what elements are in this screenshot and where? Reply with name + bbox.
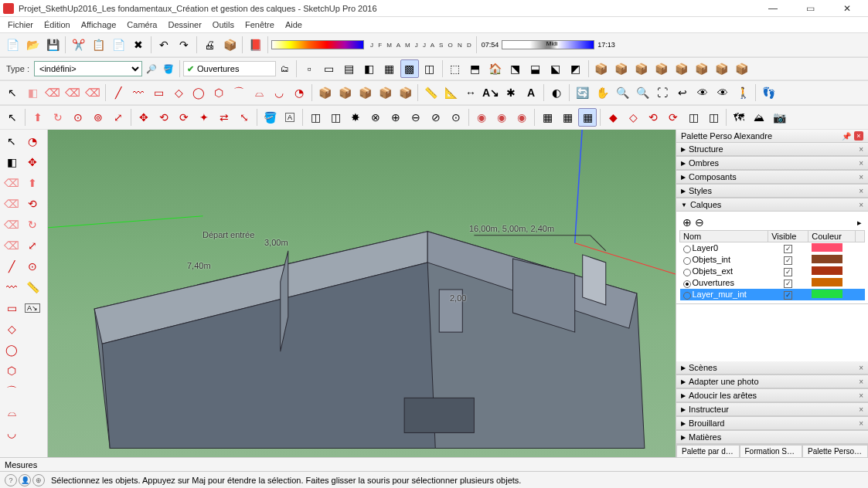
compo-dyn-icon[interactable]: 📦 xyxy=(396,83,414,102)
sandbox3-icon[interactable]: ▦ xyxy=(578,108,597,127)
poly-icon[interactable]: ⬡ xyxy=(209,83,228,102)
type-select[interactable]: <indéfini> xyxy=(34,61,142,76)
layer-visible-checkbox[interactable]: ✓ xyxy=(784,291,792,300)
walk-icon[interactable]: 🚶 xyxy=(734,83,752,102)
tab-perso[interactable]: Palette Perso A… xyxy=(802,445,868,457)
redo-icon[interactable]: ↷ xyxy=(175,36,193,54)
zoom-icon[interactable]: 🔍 xyxy=(613,83,631,102)
lt-line-icon[interactable]: ╱ xyxy=(2,256,22,276)
layer-row[interactable]: Layer0✓ xyxy=(680,242,865,255)
comp6-icon[interactable]: 📦 xyxy=(693,59,711,78)
lt-rect-icon[interactable]: ▭ xyxy=(2,298,22,318)
solid6-icon[interactable]: ◫ xyxy=(704,108,723,127)
text-icon[interactable]: A↘ xyxy=(482,83,500,102)
comp5-icon[interactable]: 📦 xyxy=(672,59,691,78)
hidden-line-icon[interactable]: ▤ xyxy=(340,59,359,78)
solid4-icon[interactable]: ⟳ xyxy=(664,108,682,127)
add-layer-icon[interactable]: ⊕ xyxy=(682,216,692,229)
prev-view-icon[interactable]: ↩ xyxy=(673,83,692,102)
status-geo-icon[interactable]: ⊕ xyxy=(32,474,45,486)
comp8-icon[interactable]: 📦 xyxy=(733,59,751,78)
acc-composants[interactable]: ▶Composants× xyxy=(676,171,868,184)
comp7-icon[interactable]: 📦 xyxy=(713,59,731,78)
eraser-icon[interactable]: ⌫ xyxy=(43,83,62,102)
terrain-icon[interactable]: ⛰ xyxy=(750,108,768,127)
open-icon[interactable]: 📂 xyxy=(23,36,42,54)
layer-visible-checkbox[interactable]: ✓ xyxy=(784,280,792,288)
comp4-icon[interactable]: 📦 xyxy=(652,59,671,78)
tab-default[interactable]: Palette par déf… xyxy=(676,445,740,457)
palette-title-bar[interactable]: Palette Perso Alexandre 📌 × xyxy=(676,130,868,143)
3dtext-icon[interactable]: A xyxy=(522,83,540,102)
menu-affichage[interactable]: Affichage xyxy=(77,19,121,31)
menu-fichier[interactable]: Fichier xyxy=(3,19,38,31)
comp2-icon[interactable]: 📦 xyxy=(612,59,631,78)
follow-icon[interactable]: ↻ xyxy=(49,108,67,127)
layer-color-swatch[interactable] xyxy=(812,255,842,263)
position-cam-icon[interactable]: 👁 xyxy=(693,83,712,102)
solid3-icon[interactable]: ⟲ xyxy=(644,108,662,127)
acc-scenes[interactable]: ▶Scènes× xyxy=(676,361,868,374)
cut-icon[interactable]: ✂️ xyxy=(69,36,87,54)
col-couleur[interactable]: Couleur xyxy=(808,231,856,242)
location-icon[interactable]: 🗺 xyxy=(730,108,748,127)
lt-arc1-icon[interactable]: ⌒ xyxy=(2,381,22,402)
layer-visible-checkbox[interactable]: ✓ xyxy=(784,268,792,276)
acc-calques[interactable]: ▼Calques× xyxy=(676,198,868,212)
lt-move-icon[interactable]: ✥ xyxy=(22,152,43,172)
menu-fenetre[interactable]: Fenêtre xyxy=(240,19,279,31)
menu-aide[interactable]: Aide xyxy=(281,19,307,31)
eraser3-icon[interactable]: ⌫ xyxy=(83,83,102,102)
layer-radio[interactable] xyxy=(683,269,691,276)
lt-arc2-icon[interactable]: ⌓ xyxy=(2,402,22,422)
layer-color-swatch[interactable] xyxy=(812,243,842,252)
pan-icon[interactable]: ✋ xyxy=(593,83,611,102)
section-icon[interactable]: ◐ xyxy=(547,83,566,102)
acc-structure[interactable]: ▶Structure× xyxy=(676,143,868,156)
ungroup-icon[interactable]: ◫ xyxy=(326,108,345,127)
compo-icon[interactable]: 📦 xyxy=(315,83,334,102)
lt-text-icon[interactable]: A↘ xyxy=(22,298,43,318)
lt-eraser4-icon[interactable]: ⌫ xyxy=(2,236,22,256)
layer-row[interactable]: Layer_mur_int✓ xyxy=(680,289,865,300)
close-button[interactable]: ✕ xyxy=(836,1,859,16)
menu-dessiner[interactable]: Dessiner xyxy=(163,19,206,31)
select-tool-icon[interactable]: ↖ xyxy=(3,83,22,102)
lt-push-icon[interactable]: ⬆ xyxy=(22,173,43,193)
select2-icon[interactable]: ↖ xyxy=(3,108,22,127)
lt-free-icon[interactable]: 〰 xyxy=(2,277,22,297)
iso-view-icon[interactable]: ◩ xyxy=(567,59,585,78)
acc-ombres[interactable]: ▶Ombres× xyxy=(676,157,868,170)
comp1-icon[interactable]: 📦 xyxy=(592,59,611,78)
move-icon[interactable]: ✥ xyxy=(134,108,153,127)
delete-icon[interactable]: ✖ xyxy=(129,36,148,54)
explode-icon[interactable]: ✸ xyxy=(346,108,365,127)
acc-adapter[interactable]: ▶Adapter une photo× xyxy=(676,375,868,388)
minimize-button[interactable]: ― xyxy=(761,1,785,16)
pin-icon[interactable]: 📌 xyxy=(842,132,851,141)
xray-icon[interactable]: ◫ xyxy=(420,59,439,78)
wireframe-icon[interactable]: ▭ xyxy=(320,59,339,78)
acc-matieres[interactable]: ▶Matières xyxy=(676,431,868,443)
menu-outils[interactable]: Outils xyxy=(208,19,239,31)
close-panel-icon[interactable]: × xyxy=(854,131,863,141)
layer-visible-checkbox[interactable]: ✓ xyxy=(784,245,792,253)
back-view-icon[interactable]: ⬓ xyxy=(526,59,545,78)
label-icon[interactable]: A xyxy=(281,108,299,127)
layer-manager-icon[interactable]: 🗂 xyxy=(277,61,293,76)
face-icon[interactable]: ◧ xyxy=(23,83,42,102)
protractor-icon[interactable]: 📐 xyxy=(441,83,460,102)
layer-row[interactable]: Objets_ext✓ xyxy=(680,266,865,277)
lt-rrect-icon[interactable]: ◇ xyxy=(2,319,22,339)
viewport-3d[interactable]: 16,00m, 5,00m, 2,40m 7,40m Départ entrée… xyxy=(48,130,676,457)
paint-icon[interactable]: 🪣 xyxy=(161,61,176,76)
save-icon[interactable]: 💾 xyxy=(43,36,62,54)
paint-bucket-icon[interactable]: 🪣 xyxy=(260,108,279,127)
outer-icon[interactable]: ◉ xyxy=(472,108,491,127)
status-user-icon[interactable]: 👤 xyxy=(19,474,31,486)
menu-edition[interactable]: Édition xyxy=(39,19,75,31)
look-around-icon[interactable]: 👁 xyxy=(713,83,732,102)
layer-radio[interactable] xyxy=(683,292,691,300)
print-icon[interactable]: 🖨 xyxy=(200,36,219,54)
arc-icon[interactable]: ⌒ xyxy=(230,83,248,102)
